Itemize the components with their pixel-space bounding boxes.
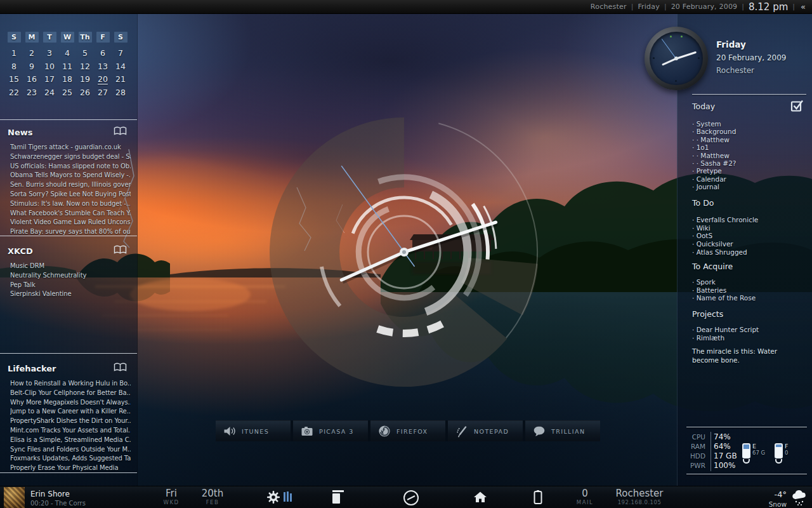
today-heading: Today <box>692 102 806 111</box>
dock-button-notepad[interactable]: Notepad <box>448 420 523 441</box>
feed-list-lifehacker: How to Reinstall a Working Hulu in Bo...… <box>8 379 131 473</box>
book-icon[interactable] <box>114 126 127 138</box>
feed-item[interactable]: Sync Files and Folders Outside Your M... <box>10 445 131 455</box>
feed-item[interactable]: Jump to a New Career with a Killer Re... <box>10 407 131 417</box>
feed-item[interactable]: Sierpinski Valentine <box>10 290 131 299</box>
quote-text: The miracle is this: Water become bone. <box>692 347 805 364</box>
todo-item: · Wiki <box>692 224 806 232</box>
home-icon[interactable] <box>473 490 488 503</box>
network-display: Rochester 192.168.0.105 <box>601 488 678 506</box>
dock-label: Trillian <box>551 428 585 435</box>
calendar-day: 20 <box>98 73 108 86</box>
today-list: · System· Background· · Matthew· 1o1· · … <box>692 120 806 191</box>
feed-item[interactable]: Tamil Tigers attack - guardian.co.uk <box>10 143 131 152</box>
feed-title-lifehacker: Lifehacker <box>8 364 56 373</box>
feed-item[interactable]: Elisa is a Simple, Streamlined Media C..… <box>10 436 131 445</box>
feed-item[interactable]: Properly Erase Your Physical Media <box>10 464 131 473</box>
drive-gauge-e: E 67 G <box>742 443 774 469</box>
pencil-icon <box>455 425 468 438</box>
checkbox-icon[interactable] <box>790 99 805 114</box>
book-icon[interactable] <box>114 363 127 375</box>
feed-item[interactable]: Stimulus: It's law. Now on to budget -..… <box>10 199 131 209</box>
stats-rows: CPU 74% RAM 64% HDD 17 GB PWR <box>686 432 745 471</box>
chat-bubble-icon <box>533 425 546 438</box>
c-watermark <box>304 152 480 352</box>
topbar-location: Rochester <box>591 3 627 11</box>
gear-icon[interactable] <box>266 490 280 504</box>
feed-item[interactable]: Violent Video Game Law Ruled Unconst... <box>10 218 131 227</box>
app-dock: iTunes Picasa 3 Firefox Notepad Trillian <box>216 420 600 441</box>
stat-label: RAM <box>686 443 705 450</box>
topbar-separator: | <box>664 3 667 11</box>
mail-indicator: 0 MAIL <box>571 488 599 506</box>
stat-label: CPU <box>686 433 705 441</box>
clock-info-day: Friday <box>716 39 806 50</box>
feed-item[interactable]: Why More Megapixels Doesn't Always... <box>10 398 131 408</box>
feed-item[interactable]: Mint.com Tracks Your Assets and Total... <box>10 426 131 436</box>
calendar-day: 19 <box>80 73 90 86</box>
equalizer-icon[interactable] <box>284 491 292 502</box>
topbar-day: Friday <box>638 3 660 11</box>
battery-icon[interactable] <box>533 490 543 505</box>
date-display: 20th FEB <box>195 488 230 506</box>
calendar-header-cell: S <box>8 32 21 43</box>
calendar-day: 25 <box>62 86 72 100</box>
calendar-day: 12 <box>80 60 90 74</box>
todo-item: · Everfalls Chronicle <box>692 216 806 224</box>
dock-button-trillian[interactable]: Trillian <box>525 420 600 441</box>
clock-info: Friday 20 February, 2009 Rochester <box>716 39 806 75</box>
camera-icon <box>301 425 313 437</box>
today-item: · Journal <box>692 183 806 190</box>
feed-item[interactable]: Neutrality Schmeutrality <box>10 271 131 281</box>
track-title: Erin Shore <box>30 490 70 498</box>
stat-row: PWR 100% <box>686 461 745 471</box>
feed-item[interactable]: Pep Talk <box>10 281 131 290</box>
feed-item[interactable]: Schwarzenegger signs budget deal - Sa... <box>10 152 131 162</box>
feed-item[interactable]: Obama Tells Mayors to Spend Wisely -... <box>10 171 131 180</box>
topbar-separator: | <box>631 3 634 11</box>
calendar-day: 8 <box>11 60 16 74</box>
feed-item[interactable]: Sorta Sorry? Spike Lee Not Buying Post..… <box>10 190 131 199</box>
projects-list: · Dear Hunter Script· Rimlæth <box>692 326 806 342</box>
clock-dial-icon[interactable] <box>403 490 419 506</box>
feed-item[interactable]: Music DRM <box>10 262 131 271</box>
dock-label: Picasa 3 <box>319 428 354 435</box>
stat-value: 100% <box>714 461 735 470</box>
calendar-day: 3 <box>47 47 52 60</box>
analog-clock <box>645 27 708 90</box>
calendar-day: 7 <box>118 47 123 60</box>
album-art <box>4 487 25 508</box>
dock-button-picasa[interactable]: Picasa 3 <box>293 420 368 441</box>
feed-item[interactable]: US officials: Hamas slipped note to Ob..… <box>10 162 131 171</box>
feed-item[interactable]: How to Reinstall a Working Hulu in Bo... <box>10 379 131 389</box>
calendar-day: 21 <box>115 73 126 86</box>
calendar-day: 24 <box>44 86 55 100</box>
feed-item[interactable]: PropertyShark Dishes the Dirt on Your... <box>10 417 131 426</box>
calendar-header-cell: W <box>61 32 74 43</box>
feed-item[interactable]: Sen. Burris should resign, Illinois gove… <box>10 180 131 190</box>
acquire-item: · Name of the Rose <box>692 294 806 302</box>
window-icon[interactable] <box>332 490 345 504</box>
calendar-day: 2 <box>29 47 34 60</box>
feed-item[interactable]: What Facebook's Stumble Can Teach Y... <box>10 209 131 218</box>
calendar-day: 5 <box>82 47 88 60</box>
calendar-day: 23 <box>27 86 37 100</box>
drive-letter: E <box>752 443 756 450</box>
stat-label: HDD <box>686 452 705 460</box>
today-item: · · Matthew <box>692 136 806 144</box>
second-hand <box>662 39 676 58</box>
book-icon[interactable] <box>114 245 127 257</box>
today-item: · · Sasha #2? <box>692 159 806 167</box>
drive-gauge-bar <box>742 443 750 458</box>
feed-item[interactable]: Foxmarks Updates, Adds Suggested Tags <box>10 454 131 464</box>
collapse-icon[interactable]: « <box>801 2 806 11</box>
feed-section-news: News Tamil Tigers attack - guardian.co.u… <box>0 119 137 236</box>
feed-item[interactable]: Belt-Clip Your Cellphone for Better Ba..… <box>10 389 131 398</box>
acquire-list: · Spork· Batteries· Name of the Rose <box>692 278 806 302</box>
calendar-header-cell: Th <box>79 32 92 43</box>
dock-button-firefox[interactable]: Firefox <box>370 420 445 441</box>
dock-button-itunes[interactable]: iTunes <box>216 420 291 441</box>
project-item: · Dear Hunter Script <box>692 326 806 334</box>
feed-section-lifehacker: Lifehacker How to Reinstall a Working Hu… <box>0 353 137 473</box>
todo-item: · Atlas Shrugged <box>692 248 806 257</box>
